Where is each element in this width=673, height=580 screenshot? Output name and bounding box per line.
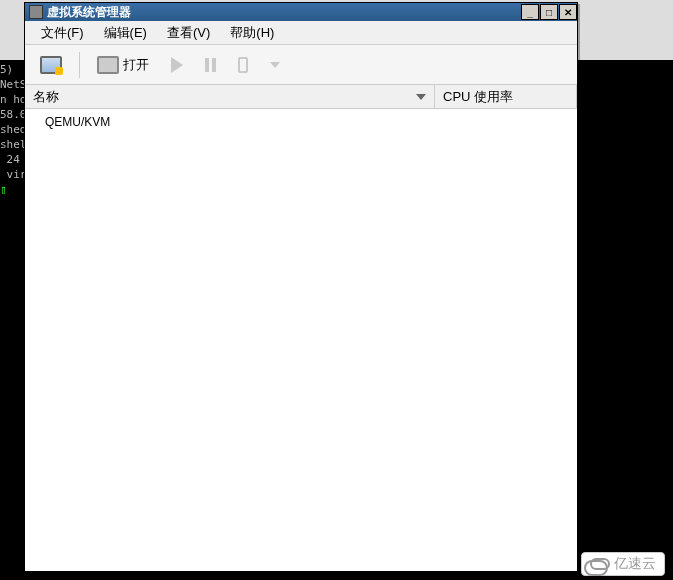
shutdown-icon xyxy=(238,57,248,73)
app-icon xyxy=(29,5,43,19)
menu-help[interactable]: 帮助(H) xyxy=(220,22,284,44)
new-vm-button[interactable] xyxy=(31,51,71,79)
toolbar-separator xyxy=(79,52,80,78)
column-cpu[interactable]: CPU 使用率 xyxy=(435,85,577,108)
column-name-label: 名称 xyxy=(33,88,59,106)
maximize-button[interactable]: □ xyxy=(540,4,558,20)
menu-edit[interactable]: 编辑(E) xyxy=(94,22,157,44)
virt-manager-window: 虚拟系统管理器 _ □ ✕ 文件(F) 编辑(E) 查看(V) 帮助(H) 打开 xyxy=(24,2,578,572)
close-button[interactable]: ✕ xyxy=(559,4,577,20)
column-name[interactable]: 名称 xyxy=(25,85,435,108)
list-item[interactable]: QEMU/KVM xyxy=(25,109,577,135)
shutdown-dropdown-button[interactable] xyxy=(261,57,289,73)
open-button-label: 打开 xyxy=(123,56,149,74)
connection-list[interactable]: QEMU/KVM xyxy=(25,109,577,571)
columns-header: 名称 CPU 使用率 xyxy=(25,85,577,109)
minimize-button[interactable]: _ xyxy=(521,4,539,20)
titlebar[interactable]: 虚拟系统管理器 _ □ ✕ xyxy=(25,3,577,21)
pause-icon xyxy=(205,58,216,72)
pause-button[interactable] xyxy=(196,53,225,77)
open-button[interactable]: 打开 xyxy=(88,51,158,79)
play-icon xyxy=(171,57,183,73)
window-title: 虚拟系统管理器 xyxy=(47,4,520,21)
menu-view[interactable]: 查看(V) xyxy=(157,22,220,44)
menubar: 文件(F) 编辑(E) 查看(V) 帮助(H) xyxy=(25,21,577,45)
run-button[interactable] xyxy=(162,52,192,78)
list-item-label: QEMU/KVM xyxy=(45,115,110,129)
shutdown-button[interactable] xyxy=(229,52,257,78)
sort-descending-icon xyxy=(416,94,426,100)
monitor-new-icon xyxy=(40,56,62,74)
chevron-down-icon xyxy=(270,62,280,68)
monitor-icon xyxy=(97,56,119,74)
column-cpu-label: CPU 使用率 xyxy=(443,88,513,106)
menu-file[interactable]: 文件(F) xyxy=(31,22,94,44)
watermark-text: 亿速云 xyxy=(614,555,656,573)
watermark: 亿速云 xyxy=(581,552,665,576)
toolbar: 打开 xyxy=(25,45,577,85)
watermark-logo-icon xyxy=(590,558,610,570)
